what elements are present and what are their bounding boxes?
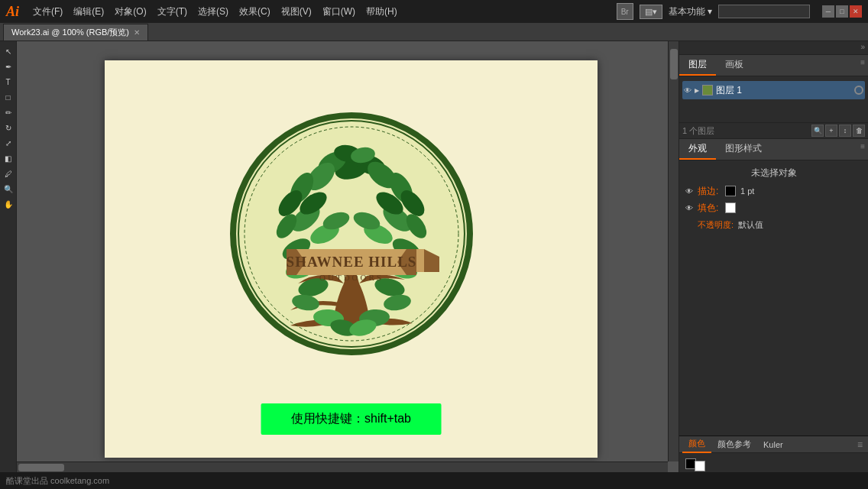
tab-artboards[interactable]: 画板	[716, 55, 753, 76]
color-controls	[685, 456, 705, 471]
layers-footer: 1 个图层 🔍 + ↕ 🗑	[679, 122, 868, 138]
vertical-scrollbar[interactable]	[668, 41, 679, 461]
delete-layer-button[interactable]: 🗑	[853, 125, 865, 137]
layer-thumbnail	[702, 85, 713, 96]
document-tab[interactable]: Work23.ai @ 100% (RGB/预览) ✕	[3, 24, 148, 40]
brush-tool[interactable]: ✏	[2, 105, 15, 119]
tab-color-guide[interactable]: 颜色参考	[711, 436, 757, 452]
fill-label: 填色:	[698, 202, 721, 215]
appearance-options-button[interactable]: ≡	[857, 139, 868, 160]
horizontal-scroll-thumb[interactable]	[18, 464, 64, 471]
fill-row: 👁 填色:	[685, 199, 862, 216]
selection-tool[interactable]: ↖	[2, 44, 15, 58]
vertical-scroll-thumb[interactable]	[670, 49, 678, 79]
minimize-button[interactable]: ─	[822, 5, 834, 18]
background-color[interactable]	[695, 461, 705, 471]
appearance-content: 未选择对象 👁 描边: 1 pt 👁 填色: 👁 不透明度:	[679, 160, 868, 236]
layers-content: 👁 ▶ 图层 1	[679, 76, 868, 122]
menu-file[interactable]: 文件(F)	[28, 4, 67, 20]
content-area: ↖ ✒ T □ ✏ ↻ ⤢ ◧ 🖊 🔍 ✋	[0, 41, 868, 489]
close-button[interactable]: ✕	[850, 5, 862, 18]
stroke-row: 👁 描边: 1 pt	[685, 183, 862, 199]
workspace-label[interactable]: 基本功能 ▾	[669, 5, 712, 18]
tooltip-text: 使用快捷键：shift+tab	[291, 412, 411, 425]
menu-text[interactable]: 文字(T)	[153, 4, 192, 20]
app-layout: Ai 文件(F) 编辑(E) 对象(O) 文字(T) 选择(S) 效果(C) 视…	[0, 0, 868, 489]
stroke-value: 1 pt	[740, 186, 754, 196]
canvas-wrapper: SHAWNEE HILLS OUTDOORS 使用快捷键：shift+tab	[17, 41, 679, 489]
scale-tool[interactable]: ⤢	[2, 136, 15, 150]
bottom-content	[679, 453, 868, 474]
opacity-value: 默认值	[738, 219, 763, 231]
layer-item[interactable]: 👁 ▶ 图层 1	[682, 81, 865, 99]
hand-tool[interactable]: ✋	[2, 197, 15, 211]
view-mode-button[interactable]: ▤▾	[640, 5, 662, 19]
layer-count: 1 个图层	[682, 125, 714, 137]
no-selection-text: 未选择对象	[685, 164, 862, 183]
tab-kuler[interactable]: Kuler	[757, 438, 789, 452]
tab-graphic-styles[interactable]: 图形样式	[716, 139, 771, 160]
tab-appearance[interactable]: 外观	[679, 139, 716, 160]
svg-text:SHAWNEE HILLS: SHAWNEE HILLS	[286, 254, 416, 270]
tooltip-bar: 使用快捷键：shift+tab	[261, 403, 442, 435]
gradient-tool[interactable]: ◧	[2, 151, 15, 165]
watermark-bar: 酷课堂出品 coolketang.com	[0, 472, 868, 489]
search-layer-button[interactable]: 🔍	[811, 125, 824, 137]
tab-color[interactable]: 颜色	[682, 436, 711, 453]
stroke-color-box[interactable]	[725, 186, 736, 196]
stroke-visibility-icon[interactable]: 👁	[685, 187, 693, 196]
panel-expand: »	[679, 41, 868, 55]
stroke-label: 描边:	[698, 185, 721, 198]
maximize-button[interactable]: □	[836, 5, 848, 18]
pen-tool[interactable]: ✒	[2, 60, 15, 73]
opacity-label[interactable]: 不透明度:	[698, 219, 734, 231]
tab-bar: Work23.ai @ 100% (RGB/预览) ✕	[0, 23, 868, 41]
search-input[interactable]	[718, 5, 810, 18]
menu-help[interactable]: 帮助(H)	[361, 4, 402, 20]
canvas-scroll: SHAWNEE HILLS OUTDOORS 使用快捷键：shift+tab	[17, 41, 679, 472]
horizontal-scrollbar[interactable]	[17, 461, 668, 472]
tab-close-button[interactable]: ✕	[134, 28, 140, 37]
rotate-tool[interactable]: ↻	[2, 121, 15, 134]
zoom-tool[interactable]: 🔍	[2, 182, 15, 196]
logo-container: SHAWNEE HILLS OUTDOORS	[214, 108, 489, 383]
menu-window[interactable]: 窗口(W)	[318, 4, 360, 20]
menu-edit[interactable]: 编辑(E)	[69, 4, 108, 20]
tab-label: Work23.ai @ 100% (RGB/预览)	[11, 27, 129, 38]
fill-visibility-icon[interactable]: 👁	[685, 204, 693, 212]
layer-expand-arrow[interactable]: ▶	[695, 87, 699, 94]
left-toolbar: ↖ ✒ T □ ✏ ↻ ⤢ ◧ 🖊 🔍 ✋	[0, 41, 17, 489]
bottom-panel-options[interactable]: ≡	[855, 437, 865, 452]
appearance-tabs: 外观 图形样式 ≡	[679, 139, 868, 160]
menu-select[interactable]: 选择(S)	[193, 4, 233, 20]
layer-color-dot	[854, 86, 863, 95]
layers-panel: 图层 画板 ≡ 👁 ▶ 图层 1 1 个图层 🔍	[679, 55, 868, 138]
eyedropper-tool[interactable]: 🖊	[2, 167, 15, 180]
right-panel: » 图层 画板 ≡ 👁 ▶ 图层 1	[679, 41, 868, 489]
opacity-row: 👁 不透明度: 默认值	[685, 216, 862, 233]
layers-tabs: 图层 画板 ≡	[679, 55, 868, 76]
bottom-tabs-row: 颜色 颜色参考 Kuler ≡	[679, 436, 868, 453]
window-controls: ─ □ ✕	[822, 5, 862, 18]
layer-name: 图层 1	[716, 84, 851, 97]
br-icon[interactable]: Br	[617, 3, 633, 20]
type-tool[interactable]: T	[2, 75, 15, 89]
expand-button[interactable]: »	[860, 43, 865, 53]
move-layer-button[interactable]: ↕	[839, 125, 851, 137]
tab-layers[interactable]: 图层	[679, 55, 716, 76]
menu-view[interactable]: 视图(V)	[277, 4, 316, 20]
ai-logo: Ai	[6, 4, 19, 20]
layers-footer-buttons: 🔍 + ↕ 🗑	[811, 125, 865, 137]
appearance-panel: 外观 图形样式 ≡ 未选择对象 👁 描边: 1 pt 👁 填色:	[679, 138, 868, 436]
menu-bar: 文件(F) 编辑(E) 对象(O) 文字(T) 选择(S) 效果(C) 视图(V…	[28, 4, 604, 20]
watermark-text: 酷课堂出品 coolketang.com	[6, 475, 109, 487]
fill-color-box[interactable]	[725, 202, 736, 213]
artboard: SHAWNEE HILLS OUTDOORS 使用快捷键：shift+tab	[105, 60, 598, 458]
menu-object[interactable]: 对象(O)	[110, 4, 151, 20]
menu-effect[interactable]: 效果(C)	[235, 4, 275, 20]
layer-visibility-icon[interactable]: 👁	[684, 86, 691, 95]
panel-options-button[interactable]: ≡	[857, 55, 868, 76]
svg-text:OUTDOORS: OUTDOORS	[319, 273, 384, 282]
shape-tool[interactable]: □	[2, 90, 15, 104]
add-layer-button[interactable]: +	[825, 125, 837, 137]
